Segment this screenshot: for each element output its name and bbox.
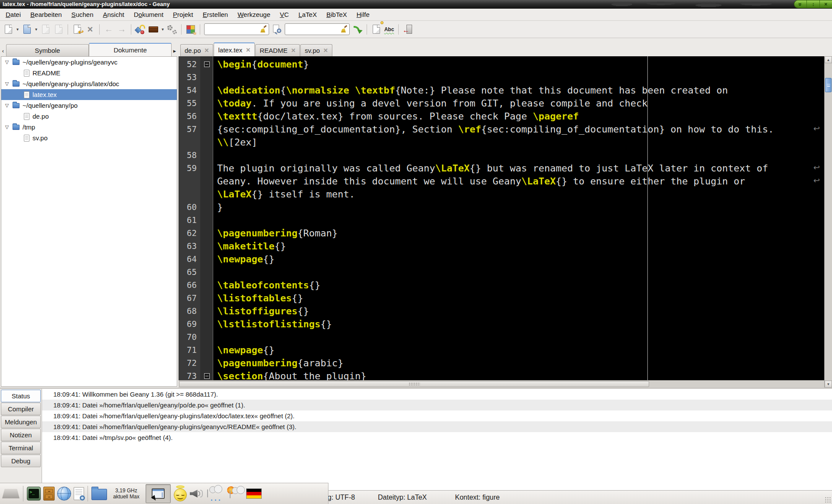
taskbar-smiley-icon[interactable] [173,485,187,502]
code-line-71[interactable]: 71\newpage{} [179,343,824,356]
navigate-forward-button[interactable]: → [115,23,128,36]
tab-close-icon[interactable]: ✕ [246,47,250,53]
code-line-53[interactable]: 53 [179,71,824,84]
code-line-62[interactable]: 62\pagenumbering{Roman} [179,226,824,239]
expander-icon[interactable]: ▽ [1,124,13,130]
tree-item-latex.tex[interactable]: latex.tex [1,89,177,100]
expander-icon[interactable]: ▽ [1,59,13,65]
save-all-button[interactable] [52,23,65,36]
taskbar-german-flag-icon[interactable] [246,488,262,499]
code-line-67[interactable]: 67\listoftables{} [179,291,824,304]
horizontal-scroll-thumb[interactable] [179,381,649,387]
code-line-68[interactable]: 68\listoffigures{} [179,304,824,317]
fold-collapse-icon[interactable] [204,373,210,379]
code-line-65[interactable]: 65 [179,265,824,278]
taskbar-volume-icon[interactable] [190,487,205,500]
editor-horizontal-scrollbar[interactable] [179,380,824,388]
code-line-52[interactable]: 52\begin{document} [179,58,824,71]
tree-item-de.po[interactable]: de.po [1,111,177,122]
sidebar-tab-scroll-left[interactable]: ‹ [0,45,6,56]
save-button[interactable] [39,23,52,36]
code-line-64[interactable]: 64\newpage{} [179,252,824,265]
taskbar-document-viewer-icon[interactable] [74,487,84,500]
menu-latex[interactable]: LaTeX [294,9,322,20]
fold-collapse-icon[interactable] [204,61,210,67]
code-line-73[interactable]: 73\section{About the plugin} [179,369,824,380]
build-dropdown[interactable]: ▾ [160,23,166,36]
taskbar-terminal-icon[interactable]: >_ [27,487,41,501]
panel-tab-status[interactable]: Status [1,390,41,402]
navigate-back-button[interactable]: ← [102,23,115,36]
editor-vertical-scrollbar[interactable]: ▲ ▼ [824,56,832,388]
code-line-59[interactable]: 59The plugin originally was called Geany… [179,162,824,174]
new-file-dropdown[interactable]: ▾ [15,23,20,36]
taskbar-weather-sun-icon[interactable] [226,485,244,502]
taskbar-pager-icon[interactable] [2,489,20,498]
menu-bearbeiten[interactable]: Bearbeiten [26,9,67,20]
panel-tab-notizen[interactable]: Notizen [1,429,41,441]
taskbar-web-browser-icon[interactable] [57,487,71,501]
code-line-66[interactable]: 66\tableofcontents{} [179,278,824,291]
code-line-61[interactable]: 61 [179,213,824,226]
goto-line-input[interactable] [287,24,338,34]
scroll-up-arrow[interactable]: ▲ [825,56,832,63]
tree-item-po[interactable]: ▽~/quellen/geany/po [1,100,177,111]
panel-tab-meldungen[interactable]: Meldungen [1,416,41,428]
build-button[interactable] [147,23,160,36]
taskbar-file-cabinet-icon[interactable] [43,487,55,501]
tab-close-icon[interactable]: ✕ [323,47,328,54]
tree-item-tmp[interactable]: ▽/tmp [1,122,177,132]
close-button[interactable]: × [820,0,832,8]
menu-suchen[interactable]: Suchen [67,9,98,20]
jump-to-line-button[interactable] [351,23,364,36]
code-line-69[interactable]: 69\lstlistoflistings{} [179,317,824,330]
tab-close-icon[interactable]: ✕ [205,47,209,54]
sidebar-tab-dokumente[interactable]: Dokumente [89,43,172,56]
open-file-button[interactable] [20,23,33,36]
revert-button[interactable]: ↩ [71,23,84,36]
code-line-wrap[interactable]: \\[2ex] [179,136,824,149]
scroll-down-arrow[interactable]: ▼ [825,381,832,388]
panel-tab-debug[interactable]: Debug [1,455,41,467]
minimize-button[interactable]: » [794,0,807,8]
menu-dokument[interactable]: Dokument [129,9,168,20]
tree-item-doc[interactable]: ▽~/quellen/geany-plugins/latex/doc [1,78,177,89]
menu-bibtex[interactable]: BibTeX [322,9,352,20]
menu-projekt[interactable]: Projekt [168,9,198,20]
new-file-button[interactable] [2,23,15,36]
menu-hilfe[interactable]: Hilfe [352,9,374,20]
code-line-58[interactable]: 58 [179,149,824,162]
menu-vc[interactable]: VC [275,9,294,20]
code-line-70[interactable]: 70 [179,330,824,343]
code-line-wrap[interactable]: \LaTeX{} itself is ment. [179,187,824,200]
quit-button[interactable]: ← [401,23,414,36]
menu-datei[interactable]: Datei [1,9,26,20]
editor-tab-de.po[interactable]: de.po✕ [180,44,213,56]
search-input[interactable] [206,24,257,34]
code-line-63[interactable]: 63\maketitle{} [179,239,824,252]
taskbar-weather-rain-icon[interactable] [207,485,224,502]
editor-tab-sv.po[interactable]: sv.po✕ [300,44,332,56]
open-file-dropdown[interactable]: ▾ [33,23,39,36]
tree-item-sv.po[interactable]: sv.po [1,132,177,143]
code-editor[interactable]: 52\begin{document}5354\dedication{\norma… [179,56,824,380]
code-line-wrap[interactable]: Geany. However inside this document we w… [179,174,824,187]
code-line-55[interactable]: 55\today. If you are using a devel versi… [179,97,824,110]
editor-tab-latex.tex[interactable]: latex.tex✕ [214,42,255,56]
menu-erstellen[interactable]: Erstellen [198,9,233,20]
editor-tab-README[interactable]: README✕ [255,44,300,56]
expander-icon[interactable]: ▽ [1,81,13,87]
vertical-scroll-thumb[interactable] [825,78,832,92]
execute-button[interactable] [166,23,179,36]
find-button[interactable] [270,23,283,36]
color-chooser-button[interactable]: ☚ [184,23,197,36]
tree-item-geanyvc[interactable]: ▽~/quellen/geany-plugins/geanyvc [1,57,177,68]
spell-check-button[interactable]: Abc [383,23,396,36]
sidebar-tab-scroll-right[interactable]: ▸ [172,45,178,56]
code-line-72[interactable]: 72\pagenumbering{arabic} [179,356,824,369]
close-file-button[interactable]: × [84,23,97,36]
expander-icon[interactable]: ▽ [1,103,13,108]
panel-tab-compiler[interactable]: Compiler [1,403,41,415]
panel-tab-terminal[interactable]: Terminal [1,442,41,454]
tab-close-icon[interactable]: ✕ [291,47,296,54]
